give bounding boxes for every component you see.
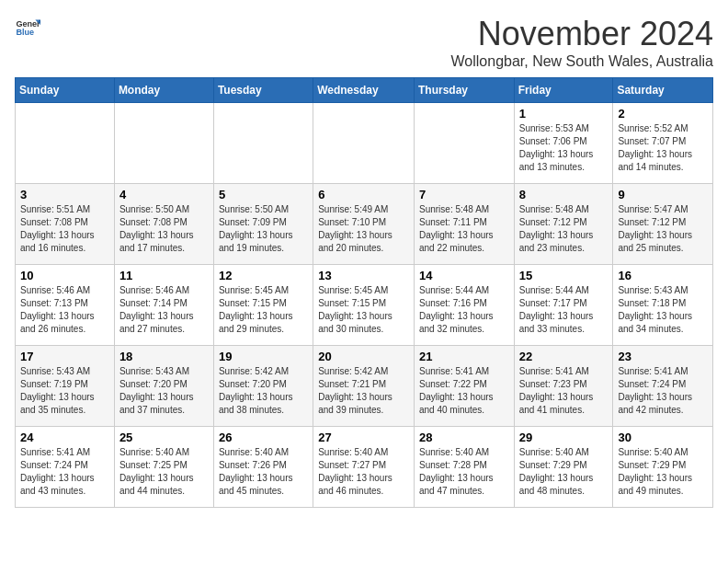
day-number: 23: [618, 350, 708, 363]
day-number: 2: [618, 107, 708, 121]
calendar-cell: 24Sunrise: 5:41 AM Sunset: 7:24 PM Dayli…: [16, 427, 115, 508]
day-number: 12: [219, 269, 308, 282]
day-info: Sunrise: 5:46 AM Sunset: 7:14 PM Dayligh…: [119, 284, 209, 336]
day-number: 26: [219, 431, 308, 444]
calendar-cell: [414, 103, 514, 184]
day-info: Sunrise: 5:43 AM Sunset: 7:19 PM Dayligh…: [20, 365, 109, 417]
calendar-cell: 22Sunrise: 5:41 AM Sunset: 7:23 PM Dayli…: [514, 346, 613, 427]
month-title: November 2024: [451, 15, 713, 53]
day-info: Sunrise: 5:44 AM Sunset: 7:16 PM Dayligh…: [419, 284, 509, 336]
day-number: 6: [318, 188, 409, 201]
calendar-cell: 17Sunrise: 5:43 AM Sunset: 7:19 PM Dayli…: [16, 346, 115, 427]
day-number: 18: [119, 350, 209, 363]
day-info: Sunrise: 5:41 AM Sunset: 7:24 PM Dayligh…: [618, 365, 708, 417]
calendar-cell: 6Sunrise: 5:49 AM Sunset: 7:10 PM Daylig…: [313, 184, 415, 265]
calendar-cell: 19Sunrise: 5:42 AM Sunset: 7:20 PM Dayli…: [213, 346, 313, 427]
calendar-week-row: 24Sunrise: 5:41 AM Sunset: 7:24 PM Dayli…: [16, 427, 713, 508]
day-number: 25: [119, 431, 209, 444]
title-section: November 2024 Wollongbar, New South Wale…: [451, 15, 713, 70]
day-number: 1: [519, 107, 609, 121]
col-header-thursday: Thursday: [414, 78, 514, 103]
col-header-tuesday: Tuesday: [213, 78, 313, 103]
day-number: 24: [20, 431, 109, 444]
day-info: Sunrise: 5:49 AM Sunset: 7:10 PM Dayligh…: [318, 203, 409, 255]
day-number: 11: [119, 269, 209, 282]
day-info: Sunrise: 5:48 AM Sunset: 7:11 PM Dayligh…: [419, 203, 509, 255]
day-info: Sunrise: 5:41 AM Sunset: 7:24 PM Dayligh…: [20, 446, 109, 498]
calendar-cell: 16Sunrise: 5:43 AM Sunset: 7:18 PM Dayli…: [613, 265, 713, 346]
calendar-cell: 30Sunrise: 5:40 AM Sunset: 7:29 PM Dayli…: [613, 427, 713, 508]
calendar-cell: 11Sunrise: 5:46 AM Sunset: 7:14 PM Dayli…: [114, 265, 213, 346]
day-info: Sunrise: 5:40 AM Sunset: 7:25 PM Dayligh…: [119, 446, 209, 498]
day-number: 9: [618, 188, 708, 201]
day-number: 22: [519, 350, 609, 363]
calendar-cell: [313, 103, 415, 184]
day-info: Sunrise: 5:53 AM Sunset: 7:06 PM Dayligh…: [519, 122, 609, 174]
day-info: Sunrise: 5:47 AM Sunset: 7:12 PM Dayligh…: [618, 203, 708, 255]
day-number: 16: [618, 269, 708, 282]
day-number: 17: [20, 350, 109, 363]
day-number: 14: [419, 269, 509, 282]
day-info: Sunrise: 5:46 AM Sunset: 7:13 PM Dayligh…: [20, 284, 109, 336]
calendar-cell: 28Sunrise: 5:40 AM Sunset: 7:28 PM Dayli…: [414, 427, 514, 508]
day-number: 3: [20, 188, 109, 201]
day-number: 27: [318, 431, 409, 444]
calendar-cell: 15Sunrise: 5:44 AM Sunset: 7:17 PM Dayli…: [514, 265, 613, 346]
col-header-saturday: Saturday: [613, 78, 713, 103]
calendar-cell: 1Sunrise: 5:53 AM Sunset: 7:06 PM Daylig…: [514, 103, 613, 184]
day-info: Sunrise: 5:40 AM Sunset: 7:26 PM Dayligh…: [219, 446, 308, 498]
col-header-friday: Friday: [514, 78, 613, 103]
day-info: Sunrise: 5:41 AM Sunset: 7:22 PM Dayligh…: [419, 365, 509, 417]
day-info: Sunrise: 5:44 AM Sunset: 7:17 PM Dayligh…: [519, 284, 609, 336]
day-info: Sunrise: 5:40 AM Sunset: 7:28 PM Dayligh…: [419, 446, 509, 498]
calendar-cell: 18Sunrise: 5:43 AM Sunset: 7:20 PM Dayli…: [114, 346, 213, 427]
day-number: 10: [20, 269, 109, 282]
day-info: Sunrise: 5:52 AM Sunset: 7:07 PM Dayligh…: [618, 122, 708, 174]
day-info: Sunrise: 5:40 AM Sunset: 7:27 PM Dayligh…: [318, 446, 409, 498]
calendar-week-row: 1Sunrise: 5:53 AM Sunset: 7:06 PM Daylig…: [16, 103, 713, 184]
day-info: Sunrise: 5:48 AM Sunset: 7:12 PM Dayligh…: [519, 203, 609, 255]
day-info: Sunrise: 5:51 AM Sunset: 7:08 PM Dayligh…: [20, 203, 109, 255]
day-info: Sunrise: 5:42 AM Sunset: 7:21 PM Dayligh…: [318, 365, 409, 417]
day-info: Sunrise: 5:43 AM Sunset: 7:18 PM Dayligh…: [618, 284, 708, 336]
day-info: Sunrise: 5:45 AM Sunset: 7:15 PM Dayligh…: [318, 284, 409, 336]
calendar-cell: 14Sunrise: 5:44 AM Sunset: 7:16 PM Dayli…: [414, 265, 514, 346]
calendar-cell: 20Sunrise: 5:42 AM Sunset: 7:21 PM Dayli…: [313, 346, 415, 427]
calendar-cell: [16, 103, 115, 184]
day-info: Sunrise: 5:42 AM Sunset: 7:20 PM Dayligh…: [219, 365, 308, 417]
logo: General Blue: [15, 15, 40, 40]
day-number: 13: [318, 269, 409, 282]
calendar-cell: 10Sunrise: 5:46 AM Sunset: 7:13 PM Dayli…: [16, 265, 115, 346]
calendar-week-row: 17Sunrise: 5:43 AM Sunset: 7:19 PM Dayli…: [16, 346, 713, 427]
day-number: 20: [318, 350, 409, 363]
calendar-cell: [114, 103, 213, 184]
svg-text:Blue: Blue: [16, 28, 34, 37]
calendar-cell: 3Sunrise: 5:51 AM Sunset: 7:08 PM Daylig…: [16, 184, 115, 265]
calendar-cell: 13Sunrise: 5:45 AM Sunset: 7:15 PM Dayli…: [313, 265, 415, 346]
day-info: Sunrise: 5:50 AM Sunset: 7:08 PM Dayligh…: [119, 203, 209, 255]
day-number: 15: [519, 269, 609, 282]
calendar-cell: [213, 103, 313, 184]
page-header: General Blue November 2024 Wollongbar, N…: [15, 15, 713, 70]
day-number: 29: [519, 431, 609, 444]
day-info: Sunrise: 5:41 AM Sunset: 7:23 PM Dayligh…: [519, 365, 609, 417]
calendar-cell: 2Sunrise: 5:52 AM Sunset: 7:07 PM Daylig…: [613, 103, 713, 184]
col-header-sunday: Sunday: [16, 78, 115, 103]
calendar-cell: 29Sunrise: 5:40 AM Sunset: 7:29 PM Dayli…: [514, 427, 613, 508]
calendar-header-row: SundayMondayTuesdayWednesdayThursdayFrid…: [16, 78, 713, 103]
day-number: 30: [618, 431, 708, 444]
day-number: 19: [219, 350, 308, 363]
calendar-cell: 12Sunrise: 5:45 AM Sunset: 7:15 PM Dayli…: [213, 265, 313, 346]
calendar-cell: 9Sunrise: 5:47 AM Sunset: 7:12 PM Daylig…: [613, 184, 713, 265]
calendar-week-row: 3Sunrise: 5:51 AM Sunset: 7:08 PM Daylig…: [16, 184, 713, 265]
day-info: Sunrise: 5:43 AM Sunset: 7:20 PM Dayligh…: [119, 365, 209, 417]
calendar-cell: 21Sunrise: 5:41 AM Sunset: 7:22 PM Dayli…: [414, 346, 514, 427]
day-info: Sunrise: 5:45 AM Sunset: 7:15 PM Dayligh…: [219, 284, 308, 336]
calendar-cell: 4Sunrise: 5:50 AM Sunset: 7:08 PM Daylig…: [114, 184, 213, 265]
calendar-cell: 8Sunrise: 5:48 AM Sunset: 7:12 PM Daylig…: [514, 184, 613, 265]
location-title: Wollongbar, New South Wales, Australia: [451, 53, 713, 70]
day-number: 28: [419, 431, 509, 444]
calendar-week-row: 10Sunrise: 5:46 AM Sunset: 7:13 PM Dayli…: [16, 265, 713, 346]
day-info: Sunrise: 5:40 AM Sunset: 7:29 PM Dayligh…: [519, 446, 609, 498]
calendar-table: SundayMondayTuesdayWednesdayThursdayFrid…: [15, 77, 713, 508]
